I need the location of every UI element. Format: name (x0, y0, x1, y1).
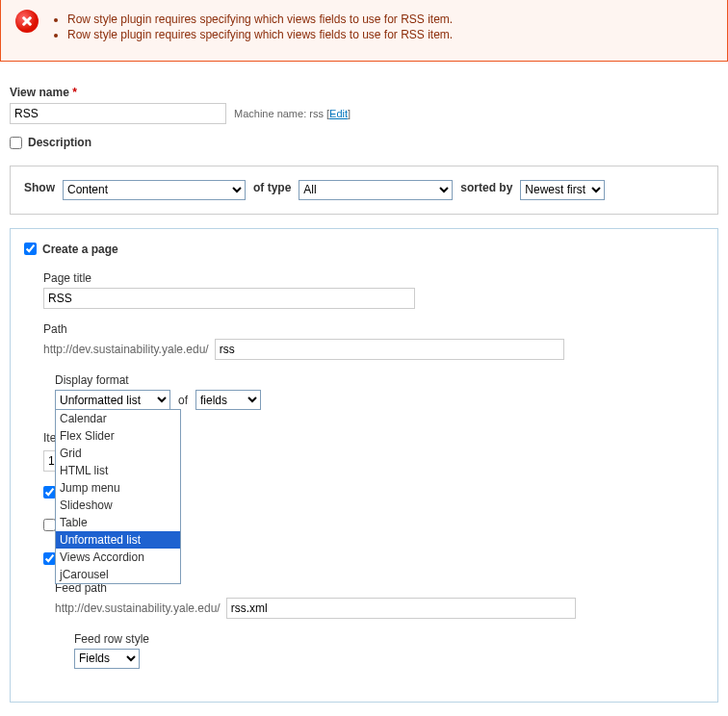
format-option[interactable]: Views Accordion (56, 549, 180, 566)
of-type-select[interactable]: All (299, 180, 453, 200)
sorted-by-select[interactable]: Newest first (520, 180, 605, 200)
feed-row-style-label: Feed row style (74, 632, 704, 646)
view-name-input[interactable] (10, 103, 226, 124)
format-option[interactable]: Calendar (56, 410, 180, 427)
machine-name-edit-link[interactable]: Edit (329, 108, 348, 119)
format-option[interactable]: Slideshow (56, 497, 180, 514)
error-messages: Row style plugin requires specifying whi… (50, 10, 453, 43)
page-title-input[interactable] (43, 288, 415, 309)
error-icon (15, 10, 39, 33)
feed-row-style-select[interactable]: Fields (74, 649, 140, 669)
machine-name-value: rss (309, 108, 324, 119)
create-page-label: Create a page (42, 243, 118, 256)
format-option[interactable]: Grid (56, 445, 180, 462)
feed-path-input[interactable] (226, 598, 576, 619)
format-option[interactable]: Jump menu (56, 479, 180, 497)
feed-path-prefix: http://dev.sustainability.yale.edu/ (55, 601, 221, 615)
of-type-label: of type (253, 181, 291, 194)
format-option[interactable]: HTML list (56, 462, 180, 479)
description-checkbox[interactable] (10, 137, 22, 149)
of-select[interactable]: fields (195, 390, 261, 410)
view-name-label: View name (10, 86, 69, 99)
required-indicator: * (72, 86, 77, 99)
show-label: Show (24, 181, 55, 194)
display-format-select[interactable]: Unformatted list (55, 390, 170, 410)
display-format-label: Display format (55, 373, 704, 387)
error-item: Row style plugin requires specifying whi… (67, 28, 453, 41)
path-label: Path (43, 322, 704, 336)
show-select[interactable]: Content (63, 180, 246, 200)
format-option[interactable]: Flex Slider (56, 427, 180, 445)
page-title-label: Page title (43, 271, 704, 285)
path-input[interactable] (215, 339, 564, 360)
of-label: of (178, 394, 188, 407)
create-page-checkbox[interactable] (24, 243, 37, 255)
format-option-selected[interactable]: Unformatted list (56, 531, 180, 549)
sorted-by-label: sorted by (460, 181, 512, 194)
path-prefix: http://dev.sustainability.yale.edu/ (43, 343, 209, 356)
error-message-box: Row style plugin requires specifying whi… (0, 0, 728, 62)
error-item: Row style plugin requires specifying whi… (67, 13, 453, 26)
format-option[interactable]: jCarousel (56, 566, 180, 583)
display-format-listbox[interactable]: Calendar Flex Slider Grid HTML list Jump… (55, 409, 181, 584)
format-option[interactable]: Table (56, 514, 180, 531)
description-label: Description (28, 136, 91, 149)
machine-name-label: Machine name: (234, 108, 306, 119)
